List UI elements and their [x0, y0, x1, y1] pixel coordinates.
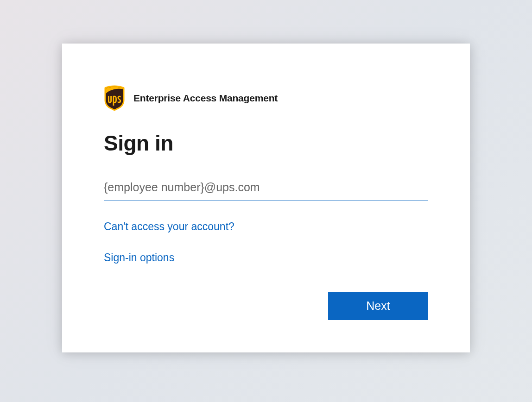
signin-title: Sign in: [104, 131, 428, 156]
ups-shield-logo-icon: [104, 85, 125, 111]
next-button[interactable]: Next: [328, 292, 428, 320]
brand-header: Enterprise Access Management: [104, 85, 428, 111]
cant-access-account-link[interactable]: Can't access your account?: [104, 220, 428, 233]
signin-options-link[interactable]: Sign-in options: [104, 251, 428, 264]
signin-card: Enterprise Access Management Sign in Can…: [62, 44, 470, 352]
brand-product-name: Enterprise Access Management: [133, 93, 278, 104]
email-input[interactable]: [104, 178, 428, 201]
button-row: Next: [104, 292, 428, 320]
help-links-section: Can't access your account? Sign-in optio…: [104, 220, 428, 264]
